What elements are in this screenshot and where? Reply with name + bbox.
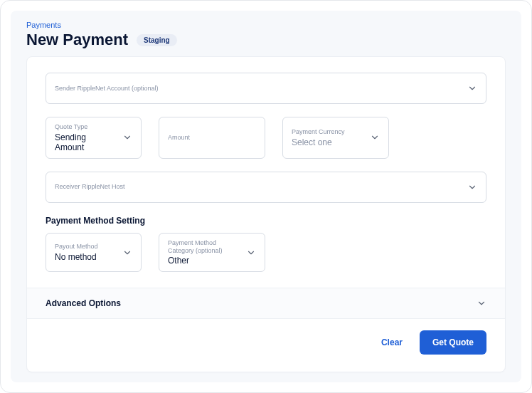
sender-account-label: Sender RippleNet Account (optional) [55,85,462,93]
environment-badge: Staging [137,34,177,46]
quote-type-label: Quote Type [55,123,117,131]
payment-method-category-value: Other [168,256,240,266]
chevron-down-icon [122,248,132,258]
chevron-down-icon [467,83,477,93]
payment-method-category-select[interactable]: Payment Method Category (optional) Other [159,233,265,273]
page-title: New Payment [26,31,128,49]
payout-method-value: No method [55,252,117,262]
chevron-down-icon [122,132,132,142]
chevron-down-icon [477,298,486,308]
get-quote-button[interactable]: Get Quote [420,330,486,355]
breadcrumb[interactable]: Payments [26,21,506,29]
quote-type-select[interactable]: Quote Type Sending Amount [46,117,142,159]
quote-type-value: Sending Amount [55,132,117,152]
page-header: Payments New Payment Staging [11,21,521,56]
advanced-options-heading: Advanced Options [46,298,121,308]
payment-currency-select[interactable]: Payment Currency Select one [282,117,389,159]
form-card: Sender RippleNet Account (optional) Quot… [26,56,506,372]
payment-currency-label: Payment Currency [292,128,364,136]
sender-account-select[interactable]: Sender RippleNet Account (optional) [46,73,486,104]
receiver-host-select[interactable]: Receiver RippleNet Host [46,172,486,203]
amount-label: Amount [168,134,256,142]
title-row: New Payment Staging [26,31,506,49]
page-background: Payments New Payment Staging Sender Ripp… [11,11,521,382]
chevron-down-icon [370,132,380,142]
receiver-host-label: Receiver RippleNet Host [55,183,462,191]
form-body: Sender RippleNet Account (optional) Quot… [27,57,505,288]
clear-button[interactable]: Clear [377,332,407,353]
payout-method-select[interactable]: Payout Method No method [46,233,142,273]
form-footer: Clear Get Quote [27,319,505,365]
payment-method-heading: Payment Method Setting [46,216,486,226]
payment-method-category-label: Payment Method Category (optional) [168,239,240,255]
chevron-down-icon [467,182,477,192]
payout-method-label: Payout Method [55,243,117,251]
amount-input[interactable]: Amount [159,117,265,159]
advanced-options-toggle[interactable]: Advanced Options [27,288,505,319]
payment-currency-value: Select one [292,137,364,147]
chevron-down-icon [246,248,256,258]
app-window: Payments New Payment Staging Sender Ripp… [0,0,532,393]
